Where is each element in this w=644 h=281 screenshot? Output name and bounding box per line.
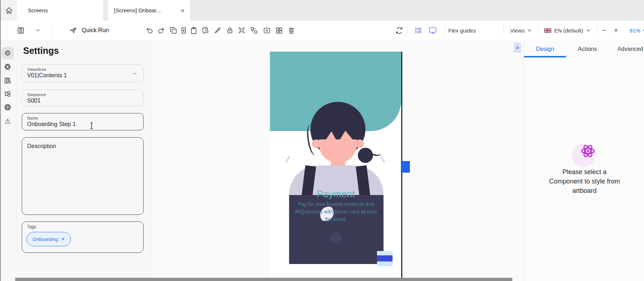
tab-advanced[interactable]: Advanced xyxy=(609,40,644,58)
tag-remove-icon[interactable]: × xyxy=(62,236,65,242)
rail-item-globe[interactable] xyxy=(1,101,14,113)
toolbar-divider xyxy=(407,26,407,35)
group-button[interactable] xyxy=(237,21,246,40)
close-icon[interactable]: × xyxy=(181,7,185,14)
artboard-body-line: Pay for your favorite products and xyxy=(281,200,391,208)
tab-label: Screens xyxy=(28,7,48,13)
save-icon xyxy=(17,26,25,35)
paste-button[interactable] xyxy=(190,21,198,40)
view-area-value: V01|Contents 1 xyxy=(27,72,138,79)
sync-icon xyxy=(395,26,404,35)
library-icon xyxy=(4,77,12,85)
description-placeholder: Description xyxy=(27,143,138,150)
style-button[interactable] xyxy=(213,21,222,40)
tab-design[interactable]: Design xyxy=(524,40,566,58)
tab-bar: Screens × [Screens] Onboar... × xyxy=(1,0,644,21)
rail-item-tree[interactable] xyxy=(1,88,14,100)
layout-grid-button[interactable] xyxy=(275,21,283,40)
uk-flag-icon xyxy=(544,28,551,33)
paste-icon xyxy=(190,26,198,35)
text-cursor xyxy=(90,122,93,129)
copy-button[interactable] xyxy=(169,21,178,40)
lock-button[interactable] xyxy=(226,21,234,40)
placeholder-message: Please select a Component to style from … xyxy=(538,167,631,195)
monitor-icon xyxy=(428,26,437,35)
zoom-level-value: 81% xyxy=(630,27,640,34)
view-area-field[interactable]: View/Area V01|Contents 1 xyxy=(22,64,144,82)
toolbar-divider xyxy=(51,26,52,35)
ungroup-button[interactable] xyxy=(250,21,258,40)
tab-advanced-label: Advanced xyxy=(617,46,643,52)
toolbar: Quick Run xyxy=(1,21,644,40)
rail-item-settings[interactable]: ⚙ xyxy=(1,47,14,59)
artboard-body-line: the world. xyxy=(281,216,391,223)
left-rail: ⚙ xyxy=(1,40,17,281)
rail-item-issues[interactable]: ⚠ xyxy=(1,115,14,127)
sync-button[interactable] xyxy=(395,21,404,40)
tab-actions-label: Actions xyxy=(578,46,597,52)
redo-icon xyxy=(157,26,165,35)
undo-button[interactable] xyxy=(145,21,154,40)
save-options-button[interactable] xyxy=(35,21,41,40)
theme-button[interactable] xyxy=(201,21,210,40)
illustration-bangs xyxy=(316,121,361,139)
tree-view-button[interactable] xyxy=(414,21,423,40)
duplicate-button[interactable] xyxy=(179,21,188,40)
language-dropdown[interactable]: EN (default) xyxy=(544,21,591,40)
preview-button[interactable] xyxy=(428,21,437,40)
quick-run-button[interactable]: Quick Run xyxy=(69,21,109,40)
placeholder-line: Component to style from xyxy=(538,177,631,186)
tag-chip[interactable]: Onboarding × xyxy=(26,232,71,246)
illustration-accent-line xyxy=(285,156,290,163)
tag-chip-label: Onboarding xyxy=(33,237,58,242)
redo-button[interactable] xyxy=(157,21,165,40)
undo-icon xyxy=(145,26,154,35)
artboard-body-line: #N[]services with clover card all over xyxy=(281,208,391,216)
new-folder-button[interactable] xyxy=(263,21,271,40)
zoom-level-dropdown[interactable]: 81% xyxy=(630,21,644,40)
globe-icon xyxy=(4,103,12,111)
view-area-label: View/Area xyxy=(27,67,138,72)
copy-icon xyxy=(169,26,178,35)
tree-icon xyxy=(4,90,12,98)
sequence-field[interactable]: Sequence S001 xyxy=(22,90,144,107)
tags-label: Tags xyxy=(27,224,138,229)
views-label: Views xyxy=(510,27,525,34)
brush-icon xyxy=(213,26,222,35)
tab-screens-onboarding[interactable]: [Screens] Onboar... × xyxy=(108,0,190,21)
canvas[interactable]: Payment Pay for your favorite products a… xyxy=(151,40,524,281)
tags-field[interactable]: Tags Onboarding × xyxy=(22,221,144,253)
sequence-value: S001 xyxy=(27,98,138,104)
illustration-circle xyxy=(330,232,342,243)
name-field[interactable]: Name Onboarding Step 1 xyxy=(22,113,144,130)
description-field[interactable]: Description xyxy=(22,137,144,215)
tab-screens[interactable]: Screens × xyxy=(17,0,103,21)
home-icon xyxy=(5,6,13,15)
trash-icon xyxy=(287,26,296,35)
add-frame-icon xyxy=(263,26,271,35)
chevron-down-icon xyxy=(35,28,41,33)
selection-handle[interactable] xyxy=(401,161,410,173)
sequence-label: Sequence xyxy=(27,92,138,97)
hierarchy-icon xyxy=(414,26,423,35)
tab-actions[interactable]: Actions xyxy=(566,40,609,58)
chevron-down-icon xyxy=(642,28,644,33)
duplicate-icon xyxy=(179,26,188,35)
save-button[interactable] xyxy=(17,21,25,40)
delete-button[interactable] xyxy=(287,21,296,40)
zoom-out-button[interactable]: − xyxy=(602,21,607,40)
panel-expand-button[interactable]: > xyxy=(514,42,521,53)
views-dropdown[interactable]: Views xyxy=(510,21,532,40)
rail-item-components[interactable] xyxy=(1,61,14,73)
name-label: Name xyxy=(27,116,138,120)
gear-icon: ⚙ xyxy=(4,49,11,57)
home-button[interactable] xyxy=(1,0,17,21)
chevron-down-icon xyxy=(586,28,591,33)
zoom-in-button[interactable]: + xyxy=(614,21,618,40)
rail-item-library[interactable] xyxy=(1,74,14,87)
artboard-flag-element xyxy=(377,251,393,266)
lock-icon xyxy=(226,26,234,35)
group-icon xyxy=(237,26,246,35)
horizontal-scrollbar[interactable] xyxy=(15,278,512,281)
artboard-phone[interactable]: Payment Pay for your favorite products a… xyxy=(270,52,402,281)
